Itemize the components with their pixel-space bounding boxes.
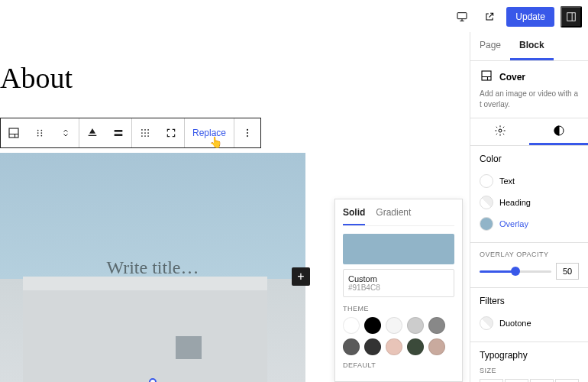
tab-page[interactable]: Page xyxy=(470,32,510,60)
tab-gradient[interactable]: Gradient xyxy=(376,207,411,225)
svg-point-12 xyxy=(141,129,143,131)
cursor-hand-icon: 👆 xyxy=(209,136,222,148)
theme-swatch[interactable] xyxy=(343,338,360,355)
default-label: DEFAULT xyxy=(343,361,454,369)
tab-solid[interactable]: Solid xyxy=(343,207,365,225)
svg-point-25 xyxy=(499,129,502,132)
theme-swatch[interactable] xyxy=(407,338,424,355)
block-name: Cover xyxy=(499,72,525,83)
tab-styles-icon[interactable] xyxy=(529,118,588,145)
move-updown-button[interactable] xyxy=(53,118,79,147)
theme-swatch[interactable] xyxy=(407,317,424,334)
theme-swatch[interactable] xyxy=(364,338,381,355)
svg-rect-11 xyxy=(115,134,123,136)
cover-title-placeholder[interactable]: Write title… xyxy=(107,257,199,278)
svg-rect-1 xyxy=(567,13,576,21)
size-option[interactable]: M xyxy=(505,379,528,382)
svg-rect-0 xyxy=(457,13,467,19)
update-button[interactable]: Update xyxy=(506,7,554,27)
tab-settings-icon[interactable] xyxy=(470,118,529,145)
size-option[interactable]: S xyxy=(480,379,503,382)
theme-swatch[interactable] xyxy=(428,317,445,334)
theme-label: THEME xyxy=(343,305,454,312)
size-option[interactable]: L xyxy=(530,379,554,382)
svg-point-16 xyxy=(144,132,146,134)
svg-point-6 xyxy=(40,132,42,134)
svg-point-14 xyxy=(147,129,149,131)
custom-hex: #91B4C8 xyxy=(348,283,449,292)
svg-rect-24 xyxy=(482,71,491,80)
cover-block[interactable]: Write title… + xyxy=(0,153,305,382)
color-overlay-row[interactable]: Overlay xyxy=(480,213,579,235)
add-block-button[interactable]: + xyxy=(292,267,310,286)
drag-handle[interactable] xyxy=(27,118,53,147)
duotone-row[interactable]: Duotone xyxy=(480,312,579,334)
custom-label: Custom xyxy=(348,274,449,283)
block-description: Add an image or video with a t overlay. xyxy=(480,89,579,110)
theme-swatch[interactable] xyxy=(343,317,360,334)
svg-point-5 xyxy=(37,132,39,134)
svg-point-4 xyxy=(40,130,42,131)
svg-point-18 xyxy=(141,135,143,137)
svg-point-17 xyxy=(147,132,149,134)
svg-point-19 xyxy=(144,135,146,137)
theme-swatch[interactable] xyxy=(364,317,381,334)
svg-point-3 xyxy=(37,130,39,131)
current-color-swatch[interactable] xyxy=(343,234,454,264)
color-text-row[interactable]: Text xyxy=(480,170,579,192)
color-panel-title: Color xyxy=(480,154,579,164)
svg-rect-10 xyxy=(115,130,123,132)
svg-rect-2 xyxy=(9,128,18,138)
svg-point-7 xyxy=(37,135,39,137)
replace-media-button[interactable]: Replace👆 xyxy=(185,118,234,147)
svg-rect-9 xyxy=(89,135,97,136)
svg-point-13 xyxy=(144,129,146,131)
svg-point-23 xyxy=(247,135,248,137)
page-title[interactable]: About xyxy=(0,61,462,95)
tab-block[interactable]: Block xyxy=(510,32,554,60)
opacity-input[interactable] xyxy=(556,263,579,280)
theme-swatch[interactable] xyxy=(386,317,402,334)
svg-point-8 xyxy=(40,135,42,137)
cover-block-icon xyxy=(480,69,493,86)
theme-swatch[interactable] xyxy=(386,338,402,355)
svg-point-21 xyxy=(247,129,248,131)
external-link-button[interactable] xyxy=(479,6,500,28)
align-button[interactable] xyxy=(79,118,105,147)
block-toolbar: Replace👆 xyxy=(0,118,261,148)
svg-point-15 xyxy=(141,132,143,134)
typography-panel-title: Typography xyxy=(480,350,579,361)
grid-button[interactable] xyxy=(132,118,158,147)
svg-point-22 xyxy=(247,132,248,134)
resize-handle[interactable] xyxy=(149,378,157,382)
custom-color-box[interactable]: Custom #91B4C8 xyxy=(343,269,454,297)
settings-sidebar: Page Block Cover Add an image or video w… xyxy=(470,32,588,382)
overlay-opacity-label: OVERLAY OPACITY xyxy=(480,251,579,258)
opacity-slider[interactable] xyxy=(480,270,551,273)
size-label: SIZE xyxy=(480,367,579,374)
size-option[interactable]: XL xyxy=(555,379,579,382)
settings-toggle-button[interactable] xyxy=(561,6,582,28)
color-popover: Solid Gradient Custom #91B4C8 THEME DEFA… xyxy=(334,199,463,382)
block-type-button[interactable] xyxy=(1,118,27,147)
color-heading-row[interactable]: Heading xyxy=(480,192,579,213)
cover-image-building xyxy=(23,290,267,382)
content-position-button[interactable] xyxy=(105,118,131,147)
filters-panel-title: Filters xyxy=(480,296,579,306)
svg-point-20 xyxy=(147,135,149,137)
fullscreen-button[interactable] xyxy=(158,118,184,147)
theme-swatch[interactable] xyxy=(428,338,445,355)
more-options-button[interactable] xyxy=(234,118,260,147)
view-desktop-button[interactable] xyxy=(451,6,473,28)
